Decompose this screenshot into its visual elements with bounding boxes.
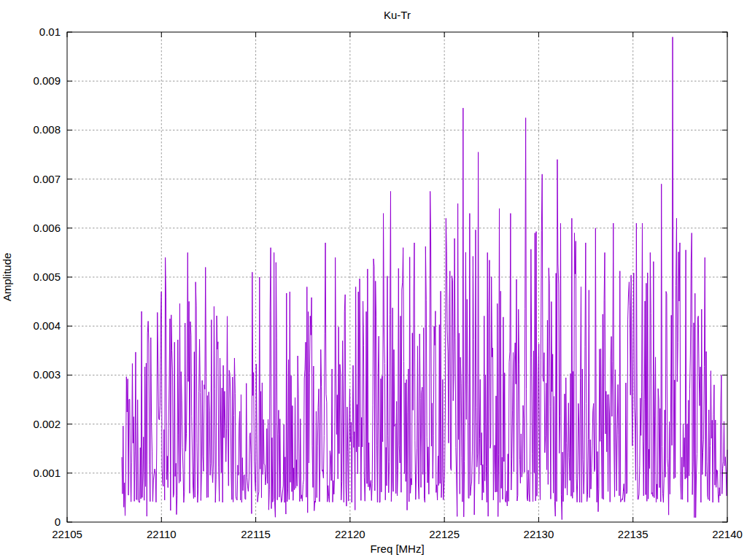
y-tick-label: 0.001 — [33, 467, 61, 479]
y-tick-label: 0.002 — [33, 418, 61, 430]
x-tick-label: 22115 — [241, 528, 271, 540]
y-tick-label: 0.009 — [33, 74, 61, 87]
plot-area: 2210522110221152212022125221302213522140… — [0, 0, 747, 560]
x-tick-label: 22130 — [524, 528, 554, 540]
y-tick-label: 0.003 — [33, 368, 61, 381]
x-tick-label: 22125 — [429, 528, 460, 540]
x-tick-label: 22105 — [52, 528, 82, 540]
y-tick-label: 0 — [55, 516, 61, 528]
y-tick-label: 0.008 — [33, 123, 61, 136]
spectrum-line — [122, 37, 727, 520]
y-tick-label: 0.006 — [33, 222, 61, 234]
y-tick-label: 0.01 — [39, 26, 61, 38]
y-tick-label: 0.007 — [33, 173, 61, 185]
y-tick-label: 0.004 — [33, 319, 61, 332]
chart-figure: Ku-Tr Amplitude Freq [MHz] 2210522110221… — [0, 0, 747, 560]
x-tick-label: 22140 — [712, 528, 743, 540]
x-tick-label: 22110 — [147, 528, 177, 540]
x-tick-label: 22120 — [335, 528, 365, 540]
x-tick-label: 22135 — [618, 528, 649, 540]
y-tick-label: 0.005 — [33, 271, 61, 283]
